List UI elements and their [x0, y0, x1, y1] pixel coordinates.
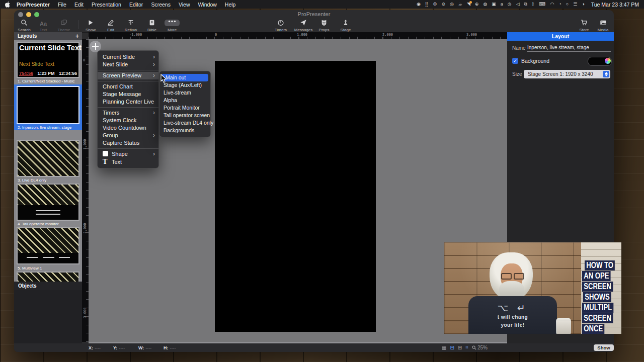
- messages-button[interactable]: Messages: [291, 19, 316, 32]
- stage-button[interactable]: Stage: [335, 19, 357, 32]
- menu-item-text[interactable]: TText: [98, 158, 158, 165]
- search-button[interactable]: Search: [14, 19, 34, 32]
- media-button[interactable]: Media: [592, 19, 614, 32]
- layout-label-3[interactable]: 3. Live DL4 only: [18, 178, 81, 183]
- menu-item-video-countdown[interactable]: Video Countdown: [98, 124, 158, 132]
- text-button[interactable]: Aa Text: [34, 19, 52, 32]
- submenu-item-alpha[interactable]: Alpha: [159, 97, 210, 104]
- coffee-icon[interactable]: ☕: [458, 0, 462, 9]
- siri-icon[interactable]: ◑: [582, 0, 584, 9]
- menu-item-stage-message[interactable]: Stage Message: [98, 90, 158, 98]
- layout-thumb-4[interactable]: [17, 184, 79, 221]
- layout-label-1[interactable]: 1. Current/Next Stacked - Music: [18, 79, 81, 83]
- notification-bell-icon[interactable]: ◥: [467, 0, 470, 9]
- apple-logo-icon[interactable]: [5, 2, 11, 7]
- menu-item-shape[interactable]: Shape›: [98, 150, 158, 158]
- menu-item-planning-center-live[interactable]: Planning Center Live: [98, 98, 158, 106]
- control-center-icon[interactable]: ☰: [573, 0, 577, 9]
- layout-label-5[interactable]: 5. Multiview 1: [18, 266, 81, 270]
- time-machine-icon[interactable]: ◔: [558, 0, 561, 9]
- w-coord-value: ----: [145, 345, 151, 350]
- background-checkbox[interactable]: ✓: [512, 58, 518, 64]
- stage-icon: [342, 19, 349, 26]
- layout-thumb-2[interactable]: [17, 86, 79, 124]
- record-icon[interactable]: ◍: [483, 0, 487, 9]
- layout-thumb-6-partial[interactable]: [17, 272, 79, 282]
- theme-button[interactable]: Theme: [52, 19, 75, 32]
- show-button-toolbar[interactable]: Show: [80, 19, 101, 32]
- bible-button[interactable]: Bible: [143, 19, 161, 32]
- menu-screens[interactable]: Screens: [151, 2, 171, 8]
- menu-item-capture-status[interactable]: Capture Status: [98, 139, 158, 147]
- wifi-icon[interactable]: ◠: [550, 0, 554, 9]
- menu-editor[interactable]: Editor: [129, 2, 143, 8]
- menu-bar-clock[interactable]: Tue Mar 23 3:47 PM: [591, 2, 639, 8]
- layout-label-4[interactable]: 4. Tall operator monitor: [18, 222, 81, 226]
- submenu-item-backgrounds[interactable]: Backgrounds: [159, 127, 210, 134]
- chevron-right-icon: ›: [153, 61, 155, 68]
- x-coord-value: ----: [95, 345, 101, 350]
- circle-x-icon[interactable]: ⊘: [441, 0, 445, 9]
- background-color-well[interactable]: [588, 57, 612, 66]
- volume-icon[interactable]: ◁: [516, 0, 520, 9]
- video-brick-background: HOW TO AN OPE SCREEN SHOWS MULTIPL SCREE…: [581, 242, 621, 334]
- submenu-item-tall-operator-screen[interactable]: Tall operator screen: [159, 112, 210, 119]
- shield-icon[interactable]: ▣: [492, 0, 496, 9]
- menu-item-chord-chart[interactable]: Chord Chart: [98, 83, 158, 90]
- layout-thumb-5[interactable]: [17, 227, 79, 264]
- grid-toggle-icon[interactable]: ⊞: [458, 345, 462, 350]
- edit-button[interactable]: Reflow Edit: [102, 19, 120, 32]
- submenu-item-stage-aux-left[interactable]: Stage (Aux/Left): [159, 81, 210, 89]
- plus-circle-icon[interactable]: ⊕: [475, 0, 479, 9]
- menu-item-system-clock[interactable]: System Clock: [98, 117, 158, 124]
- menu-item-timers[interactable]: Timers›: [98, 109, 158, 117]
- menu-item-screen-preview[interactable]: Screen Preview›: [98, 72, 158, 79]
- text-tool-icon[interactable]: a: [501, 0, 503, 9]
- snap-toggle-icon[interactable]: ⌗: [465, 344, 468, 350]
- thumb-current-text: Current Slide Text: [19, 44, 82, 52]
- bluetooth-icon[interactable]: ᛒ: [532, 0, 534, 9]
- timers-button[interactable]: Timers: [270, 19, 292, 32]
- submenu-item-live-stream-dl4-only[interactable]: Live-stream DL4 only: [159, 119, 210, 127]
- menu-file[interactable]: File: [58, 2, 66, 8]
- show-mode-button[interactable]: Show: [594, 344, 614, 351]
- gear-icon[interactable]: ⚙: [433, 0, 437, 9]
- menu-item-group[interactable]: Group›: [98, 132, 158, 139]
- app-ring-icon[interactable]: ◎: [450, 0, 454, 9]
- color-wheel-icon[interactable]: [605, 58, 611, 64]
- keyboard-icon[interactable]: ⌨: [539, 0, 545, 9]
- menu-window[interactable]: Window: [198, 2, 216, 8]
- layout-name-field[interactable]: Inperson, live stream, stage: [527, 45, 611, 52]
- menu-item-current-slide[interactable]: Current Slide›: [98, 53, 158, 61]
- add-layout-button[interactable]: +: [75, 32, 79, 40]
- menu-propresenter[interactable]: ProPresenter: [17, 2, 50, 8]
- title-bar[interactable]: ProPresenter: [14, 10, 614, 18]
- layout-thumb-1[interactable]: Current Slide Text Next Slide Text 754:5…: [17, 42, 79, 78]
- spotlight-icon[interactable]: ○: [566, 0, 569, 9]
- windows-icon[interactable]: ⧉: [524, 0, 527, 9]
- zoom-control[interactable]: 25%: [472, 345, 488, 350]
- stepper-icon[interactable]: [603, 71, 609, 77]
- menu-view[interactable]: View: [179, 2, 190, 8]
- size-dropdown[interactable]: Stage Screen 1: 1920 x 3240: [524, 70, 610, 78]
- clock-icon[interactable]: ◷: [508, 0, 512, 9]
- menu-item-next-slide[interactable]: Next Slide›: [98, 61, 158, 68]
- grille-icon[interactable]: ◉: [417, 0, 421, 9]
- submenu-item-portrait-monitor[interactable]: Portrait Monitor: [159, 104, 210, 112]
- layouts-sidebar: Layouts + Current Slide Text Next Slide …: [14, 32, 82, 343]
- submenu-item-live-stream[interactable]: Live-stream: [159, 89, 210, 97]
- rulers-toggle-icon[interactable]: ⊟: [450, 345, 454, 350]
- dropbox-icon[interactable]: ⣿: [425, 0, 429, 9]
- menu-edit[interactable]: Edit: [74, 2, 84, 8]
- more-button[interactable]: More: [162, 19, 182, 32]
- reflow-button[interactable]: Reflow: [120, 19, 142, 32]
- menu-help[interactable]: Help: [225, 2, 236, 8]
- layout-thumb-3[interactable]: [17, 140, 79, 177]
- menu-presentation[interactable]: Presentation: [92, 2, 121, 8]
- layout-item-2-selected[interactable]: 2. Inperson, live stream, stage: [14, 84, 82, 130]
- slide-surface[interactable]: [215, 61, 376, 332]
- menu-bar-status-icons: ◉ ⣿ ⚙ ⊘ ◎ ☕ ◥ ⊕ ◍ ▣ a ◷ ◁ ⧉ ᛒ ⌨ ◠ ◔ ○ ☰ …: [417, 0, 639, 9]
- props-button[interactable]: Props: [313, 19, 335, 32]
- submenu-item-main-out[interactable]: Main out: [162, 74, 208, 81]
- transparency-checker-icon[interactable]: ▦: [442, 345, 446, 350]
